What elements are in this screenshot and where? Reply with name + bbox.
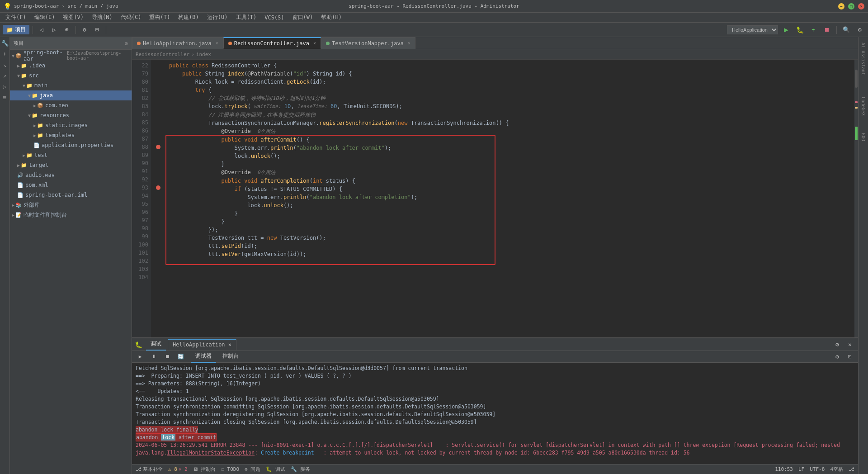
bottom-tab-bar: 🐛 调试 HelloApplication × ⚙ × [132,338,858,351]
tree-item-target[interactable]: ▶ 📁 target [10,160,132,170]
menu-vcs[interactable]: VCS(S) [261,14,288,22]
tree-item-pom[interactable]: 📄 pom.xml [10,180,132,190]
bottom-settings-icon[interactable]: ⚙ [832,339,843,350]
breakpoint-88[interactable] [156,145,160,149]
console-settings-icon[interactable]: ⚙ [832,351,843,362]
right-panel-codegex[interactable]: CodeGeX [860,93,867,119]
code-line-22: public class RedissonController { [169,62,851,70]
run-button[interactable]: ▶ [781,24,792,35]
tab-hello-close[interactable]: × [216,41,218,46]
debug-button[interactable]: 🐛 [794,24,805,35]
close-button[interactable]: × [858,3,864,9]
toolbar: 📁项目 ◁ ▷ ⊕ ⚙ ⊞ HelloApplication ▶ 🐛 ☂ ⏹ 🔍… [0,23,868,37]
console-highlight-finally: abandon lock finally [136,426,198,433]
tab-test-version-mapper[interactable]: TestVersionMapper.java × [321,37,415,49]
subtab-console[interactable]: 控制台 [218,351,243,363]
stop-debug-btn[interactable]: ⏹ [162,351,173,362]
breakpoint-94[interactable] [156,185,160,190]
coverage-button[interactable]: ☂ [808,24,819,35]
restart-btn[interactable]: 🔄 [175,351,186,362]
tree-item-root[interactable]: ▼ 📦 spring-boot-aar E:\JavaDemos\spring-… [10,51,132,61]
tree-item-external-libs[interactable]: ▶ 📚 外部库 [10,200,132,210]
tree-item-java[interactable]: ▼ 📁 java [10,90,132,100]
status-vcs[interactable]: ⎇基本补全 [136,466,163,473]
scrollbar-thumb[interactable] [855,70,858,88]
stop-button[interactable]: ⏹ [821,24,832,35]
tree-item-audio[interactable]: 🔊 audio.wav [10,170,132,180]
subtab-debugger[interactable]: 调试器 [191,351,216,363]
toolbar-settings[interactable]: ⚙ [79,24,90,35]
project-selector[interactable]: 📁项目 [3,25,29,34]
menu-file[interactable]: 文件(F) [2,13,30,22]
bottom-tab-hello[interactable]: HelloApplication × [168,339,236,351]
toolbar-back[interactable]: ◁ [36,24,47,35]
sidebar-settings-icon[interactable]: ⚙ [125,40,128,47]
toolbar-recent[interactable]: ⊕ [61,24,72,35]
step-out-icon[interactable]: ↗ [1,71,9,80]
sidebar-title: 项目 [14,40,24,47]
menu-edit[interactable]: 编辑(E) [31,13,59,22]
run-cursor-icon[interactable]: ▷ [1,82,9,90]
tab-hello-application[interactable]: HelloApplication.java × [132,37,223,49]
tab-redisson-controller[interactable]: RedissonController.java × [223,37,321,49]
code-line-95: if (status != STATUS_COMMITTED) { [169,185,851,193]
run-config-selector[interactable]: HelloApplication [727,25,778,34]
menu-window[interactable]: 窗口(W) [289,13,317,22]
tree-item-idea[interactable]: ▶ 📁 .idea [10,61,132,71]
step-into-icon[interactable]: ↘ [1,61,9,69]
menu-run[interactable]: 运行(U) [203,13,231,22]
status-todo[interactable]: ☐ TODO [221,466,239,472]
bottom-close-icon[interactable]: × [844,339,855,350]
title-right[interactable]: − □ × [838,3,864,9]
search-button[interactable]: 🔍 [841,24,852,35]
code-line-103: ttt.setPid(id); [169,242,851,250]
code-content[interactable]: public class RedissonController { public… [165,60,854,337]
settings-button[interactable]: ⚙ [854,24,865,35]
right-panel-ai[interactable]: AI Assistant [860,39,867,79]
editor-scrollbar[interactable] [854,60,858,337]
maximize-button[interactable]: □ [848,3,854,9]
tab-redisson-close[interactable]: × [313,41,316,46]
tree-item-scratches[interactable]: ▶ 📝 临时文件和控制台 [10,210,132,220]
tree-item-app-properties[interactable]: 📄 application.properties [10,140,132,150]
pause-btn[interactable]: ⏸ [148,351,159,362]
code-line-99: } [169,218,851,226]
tab-mapper-close[interactable]: × [408,41,410,46]
resume-btn[interactable]: ▶ [135,351,146,362]
right-panel-roo[interactable]: ROO [860,129,867,145]
line-numbers: 2279808182838485868788899091929394959697… [132,60,151,337]
tree-item-static-images[interactable]: ▶ 📁 static.images [10,120,132,130]
menu-navigate[interactable]: 导航(N) [88,13,116,22]
menu-refactor[interactable]: 重构(T) [146,13,174,22]
toolbar-forward[interactable]: ▷ [49,24,60,35]
console-close-icon[interactable]: ⊡ [844,351,855,362]
menu-code[interactable]: 代码(C) [117,13,145,22]
toolbar-expand[interactable]: ⊞ [92,24,103,35]
tab-redisson-label: RedissonController.java [234,40,309,47]
tree-item-templates[interactable]: ▶ 📁 templates [10,130,132,140]
tree-item-iml[interactable]: 📄 spring-boot-aar.iml [10,190,132,200]
step-over-icon[interactable]: ⬇ [1,50,9,58]
tree-item-main[interactable]: ▼ 📁 main [10,81,132,90]
menu-view[interactable]: 视图(V) [59,13,87,22]
debug-icon[interactable]: 🔧 [1,39,9,47]
console-content[interactable]: Fetched SqlSession [org.apache.ibatis.se… [132,363,858,464]
minimize-button[interactable]: − [838,3,844,9]
menu-build[interactable]: 构建(B) [175,13,203,22]
tree-item-resources[interactable]: ▼ 📁 resources [10,110,132,120]
tab-mapper-label: TestVersionMapper.java [332,40,404,47]
menu-tools[interactable]: 工具(T) [232,13,260,22]
status-console[interactable]: 🖥 控制台 [193,466,216,473]
title-center: spring-boot-aar - RedissonController.jav… [349,3,519,9]
evaluate-icon[interactable]: ≡ [1,93,9,101]
status-debug-status[interactable]: 🐛 调试 [266,466,285,473]
menu-help[interactable]: 帮助(H) [317,13,345,22]
tree-item-com-neo[interactable]: ▶ 📦 com.neo [10,100,132,110]
status-services[interactable]: 🔧 服务 [291,466,310,473]
status-bar: ⎇基本补全 ⚠ 8 ✕ 2 🖥 控制台 ☐ TODO ⊕ 问题 🐛 调试 🔧 服… [132,464,858,474]
tree-item-src[interactable]: ▼ 📁 src [10,71,132,81]
status-warnings-item[interactable]: ⚠ 8 ✕ 2 [168,466,188,472]
tree-item-test[interactable]: ▶ 📁 test [10,150,132,160]
bottom-tab-debug[interactable]: 调试 [146,339,166,351]
status-problems[interactable]: ⊕ 问题 [245,466,260,473]
